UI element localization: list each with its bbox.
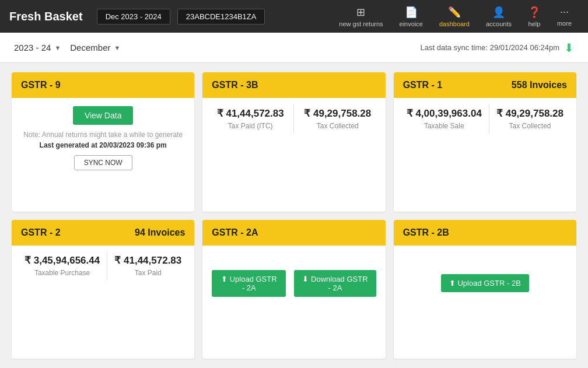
sub-header: 2023 - 24 ▼ December ▼ Last data sync ti…	[0, 33, 588, 63]
main-content: GSTR - 9 View Data Note: Annual returns …	[0, 63, 588, 368]
card-body-gstr2: ₹ 3,45,94,656.44 Taxable Purchase ₹ 41,4…	[12, 246, 194, 286]
gstr9-generated: Last generated at 20/03/2023 09:36 pm	[40, 141, 167, 149]
new-gst-returns-icon: ⊞	[356, 6, 365, 19]
header-nav: ⊞new gst returns📄einvoice✏️dashboard👤acc…	[332, 3, 579, 30]
left-amount-gstr3b: ₹ 41,44,572.83 Tax Paid (ITC)	[217, 107, 284, 130]
left-amount-gstr1: ₹ 4,00,39,963.04 Taxable Sale	[407, 107, 482, 130]
month-selector[interactable]: December ▼	[70, 43, 120, 52]
card-title-gstr2: GSTR - 2	[21, 227, 61, 238]
card-gstr9: GSTR - 9 View Data Note: Annual returns …	[12, 72, 194, 212]
card-title-gstr9: GSTR - 9	[21, 80, 61, 90]
right-label-gstr2: Tax Paid	[114, 269, 181, 277]
year-dropdown-arrow: ▼	[54, 44, 61, 51]
left-label-gstr3b: Tax Paid (ITC)	[217, 122, 284, 130]
year-label: 2023 - 24	[14, 43, 51, 52]
upload-gstr2b-button[interactable]: ⬆ Upload GSTR - 2B	[441, 274, 529, 292]
card-body-gstr9: View Data Note: Annual returns might tak…	[12, 98, 194, 178]
app-logo: Fresh Basket	[9, 10, 83, 23]
card-body-gstr1: ₹ 4,00,39,963.04 Taxable Sale ₹ 49,29,75…	[394, 98, 576, 139]
right-label-gstr1: Tax Collected	[496, 122, 564, 130]
nav-item-accounts[interactable]: 👤accounts	[479, 3, 519, 30]
card-header-right-gstr2: 94 Invoices	[135, 227, 185, 238]
month-label: December	[70, 43, 110, 52]
view-data-button[interactable]: View Data	[73, 106, 134, 125]
right-value-gstr1: ₹ 49,29,758.28	[496, 107, 564, 120]
einvoice-icon: 📄	[405, 6, 418, 19]
divider-gstr2	[107, 251, 107, 281]
left-label-gstr1: Taxable Sale	[407, 122, 482, 130]
nav-item-dashboard[interactable]: ✏️dashboard	[432, 3, 477, 30]
download-gstr2a-button[interactable]: ⬇ Download GSTR - 2A	[294, 270, 376, 297]
gstr2a-body: ⬆ Upload GSTR - 2A ⬇ Download GSTR - 2A	[202, 246, 385, 321]
card-gstr3b: GSTR - 3B ₹ 41,44,572.83 Tax Paid (ITC) …	[202, 72, 385, 212]
left-value-gstr2: ₹ 3,45,94,656.44	[24, 254, 100, 267]
sync-text: Last data sync time: 29/01/2024 06:24pm	[421, 43, 560, 52]
card-header-gstr2b: GSTR - 2B	[394, 220, 576, 246]
dashboard-icon: ✏️	[448, 6, 461, 19]
dashboard-label: dashboard	[439, 20, 470, 27]
gstr9-note: Note: Annual returns might take a while …	[23, 131, 183, 139]
sync-now-button[interactable]: SYNC NOW	[74, 155, 132, 170]
left-label-gstr2: Taxable Purchase	[24, 269, 100, 277]
new-gst-returns-label: new gst returns	[339, 20, 383, 27]
right-amount-gstr3b: ₹ 49,29,758.28 Tax Collected	[304, 107, 371, 130]
card-body-gstr2b: ⬆ Upload GSTR - 2B	[394, 246, 576, 321]
period-button[interactable]: Dec 2023 - 2024	[97, 9, 170, 24]
more-label: more	[557, 20, 572, 27]
card-title-gstr2a: GSTR - 2A	[212, 227, 258, 238]
two-col-body-gstr2: ₹ 3,45,94,656.44 Taxable Purchase ₹ 41,4…	[12, 246, 194, 286]
year-selector[interactable]: 2023 - 24 ▼	[14, 43, 61, 52]
nav-item-einvoice[interactable]: 📄einvoice	[393, 3, 430, 30]
left-value-gstr1: ₹ 4,00,39,963.04	[407, 107, 482, 120]
more-icon: ···	[560, 6, 569, 18]
accounts-label: accounts	[486, 20, 512, 27]
download-icon[interactable]: ⬇	[564, 41, 574, 55]
card-gstr2: GSTR - 294 Invoices ₹ 3,45,94,656.44 Tax…	[12, 220, 194, 359]
gstr9-body: View Data Note: Annual returns might tak…	[12, 98, 194, 178]
help-label: help	[528, 20, 541, 27]
sync-info: Last data sync time: 29/01/2024 06:24pm …	[421, 41, 575, 55]
nav-item-new-gst-returns[interactable]: ⊞new gst returns	[332, 3, 390, 30]
help-icon: ❓	[528, 6, 541, 19]
month-dropdown-arrow: ▼	[114, 44, 120, 51]
left-value-gstr3b: ₹ 41,44,572.83	[217, 107, 284, 120]
card-header-gstr9: GSTR - 9	[12, 72, 194, 98]
card-header-gstr1: GSTR - 1558 Invoices	[394, 72, 576, 98]
card-header-right-gstr1: 558 Invoices	[512, 80, 567, 90]
card-title-gstr1: GSTR - 1	[403, 80, 443, 90]
right-amount-gstr1: ₹ 49,29,758.28 Tax Collected	[496, 107, 564, 130]
upload-gstr2a-button[interactable]: ⬆ Upload GSTR - 2A	[212, 270, 286, 297]
accounts-icon: 👤	[492, 6, 505, 19]
gstin-button[interactable]: 23ABCDE1234B1ZA	[177, 9, 265, 24]
card-title-gstr3b: GSTR - 3B	[212, 80, 258, 90]
einvoice-label: einvoice	[400, 20, 423, 27]
card-gstr2a: GSTR - 2A ⬆ Upload GSTR - 2A ⬇ Download …	[202, 220, 385, 359]
card-title-gstr2b: GSTR - 2B	[403, 227, 449, 238]
card-gstr2b: GSTR - 2B ⬆ Upload GSTR - 2B	[394, 220, 576, 359]
nav-item-help[interactable]: ❓help	[521, 3, 548, 30]
right-label-gstr3b: Tax Collected	[304, 122, 371, 130]
right-value-gstr2: ₹ 41,44,572.83	[114, 254, 181, 267]
card-header-gstr2: GSTR - 294 Invoices	[12, 220, 194, 246]
divider-gstr1	[489, 104, 489, 133]
header: Fresh Basket Dec 2023 - 2024 23ABCDE1234…	[0, 0, 588, 33]
nav-item-more[interactable]: ···more	[550, 3, 579, 29]
divider-gstr3b	[293, 104, 294, 133]
card-body-gstr3b: ₹ 41,44,572.83 Tax Paid (ITC) ₹ 49,29,75…	[202, 98, 385, 139]
card-header-gstr2a: GSTR - 2A	[202, 220, 385, 246]
right-value-gstr3b: ₹ 49,29,758.28	[304, 107, 371, 120]
left-amount-gstr2: ₹ 3,45,94,656.44 Taxable Purchase	[24, 254, 100, 277]
card-header-gstr3b: GSTR - 3B	[202, 72, 385, 98]
card-body-gstr2a: ⬆ Upload GSTR - 2A ⬇ Download GSTR - 2A	[202, 246, 385, 321]
two-col-body-gstr1: ₹ 4,00,39,963.04 Taxable Sale ₹ 49,29,75…	[394, 98, 576, 139]
two-col-body-gstr3b: ₹ 41,44,572.83 Tax Paid (ITC) ₹ 49,29,75…	[202, 98, 385, 139]
gstr2b-body: ⬆ Upload GSTR - 2B	[394, 246, 576, 321]
card-gstr1: GSTR - 1558 Invoices ₹ 4,00,39,963.04 Ta…	[394, 72, 576, 212]
right-amount-gstr2: ₹ 41,44,572.83 Tax Paid	[114, 254, 181, 277]
